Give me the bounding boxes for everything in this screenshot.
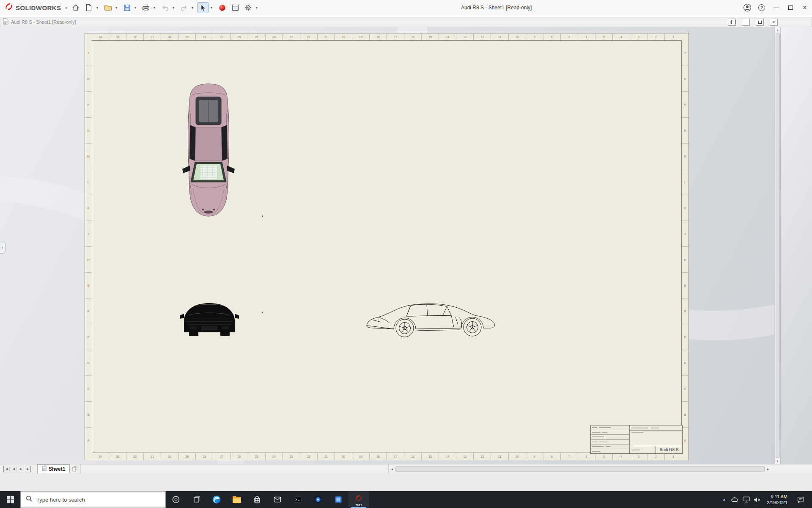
scroll-right-arrow[interactable]: ▸	[765, 467, 771, 471]
zone-label: 14	[439, 33, 456, 40]
print-dropdown[interactable]: ▾	[151, 2, 157, 13]
doc-restore-button[interactable]	[756, 19, 764, 26]
title-block-placeholder-line	[631, 428, 648, 428]
save-dropdown[interactable]: ▾	[132, 2, 138, 13]
close-button[interactable]: ×	[798, 0, 812, 15]
task-view-button[interactable]	[186, 491, 206, 508]
scroll-down-arrow[interactable]: ▾	[776, 458, 778, 464]
solidworks-app-icon[interactable]: 2021	[348, 491, 369, 508]
zone-label: H	[682, 247, 689, 273]
action-center-button[interactable]	[792, 496, 809, 504]
redo-dropdown[interactable]: ▾	[189, 2, 195, 13]
select-tool-button[interactable]	[198, 2, 208, 13]
undo-dropdown[interactable]: ▾	[170, 2, 176, 13]
taskbar-search[interactable]	[20, 491, 166, 508]
zone-label: 25	[248, 453, 266, 460]
sheet-format-button[interactable]	[230, 2, 241, 13]
drawing-title-block[interactable]: Audi R8 S	[590, 425, 683, 454]
undo-button[interactable]	[159, 2, 170, 13]
open-dropdown[interactable]: ▾	[113, 2, 119, 13]
taskbar-search-input[interactable]	[36, 497, 146, 503]
zone-label: 17	[387, 33, 404, 40]
sheet-tab-sheet1[interactable]: Sheet1	[37, 464, 70, 473]
zone-label: 20	[335, 33, 352, 40]
drawing-sheet[interactable]: 3433323130292827262524232221201918171615…	[85, 33, 689, 460]
view-reference-dot	[262, 312, 263, 313]
zone-label: D	[85, 350, 92, 376]
zone-label: H	[85, 247, 92, 273]
zone-label: 2	[647, 33, 665, 40]
drawing-view-side[interactable]	[364, 300, 499, 340]
zone-label: 34	[92, 453, 109, 460]
save-button[interactable]	[121, 2, 132, 13]
next-sheet-button[interactable]: ▶	[18, 466, 24, 472]
options-dropdown[interactable]: ▾	[254, 2, 260, 13]
scroll-up-arrow[interactable]: ▴	[776, 27, 778, 33]
zone-label: R	[85, 66, 92, 92]
last-sheet-button[interactable]: ▶	[25, 466, 31, 472]
sheet-tab-bar: ◀ ◀ ▶ ▶ Sheet1 ◂ ▸	[0, 464, 812, 473]
scroll-left-arrow[interactable]: ◂	[389, 467, 395, 471]
doc-close-button[interactable]: ×	[770, 19, 778, 26]
network-icon[interactable]	[741, 491, 752, 508]
account-button[interactable]	[740, 0, 754, 15]
zone-label: M	[682, 144, 689, 169]
zone-label: 22	[300, 33, 318, 40]
zone-label: 33	[109, 453, 126, 460]
horizontal-scroll-thumb[interactable]	[395, 466, 765, 472]
select-tool-dropdown[interactable]: ▾	[208, 2, 214, 13]
vertical-scrollbar[interactable]: ▴ ▾	[774, 27, 780, 464]
horizontal-scroll-track[interactable]	[395, 466, 765, 472]
mail-app-icon[interactable]	[267, 491, 288, 508]
menu-expand-arrow[interactable]: ▸	[66, 6, 68, 10]
drawing-view-top[interactable]	[179, 83, 238, 218]
appearance-sphere-button[interactable]	[217, 2, 228, 13]
drawing-view-front[interactable]	[180, 299, 239, 340]
title-block-placeholder-line	[602, 432, 607, 433]
new-document-button[interactable]	[83, 2, 94, 13]
zone-label: G	[85, 273, 92, 298]
feature-pane-collapse-arrow[interactable]: ‹	[0, 241, 5, 254]
vertical-scroll-thumb[interactable]	[776, 33, 780, 458]
horizontal-scrollbar[interactable]: ◂ ▸	[388, 464, 771, 473]
options-gear-button[interactable]	[243, 2, 254, 13]
task-pane-collapsed[interactable]	[780, 27, 812, 464]
taskbar-clock[interactable]: 9:11 AM 2/19/2021	[763, 494, 792, 505]
open-button[interactable]	[102, 2, 113, 13]
doc-minimize-button[interactable]	[742, 19, 750, 26]
first-sheet-button[interactable]: ◀	[3, 466, 10, 472]
zone-label: A	[85, 428, 92, 453]
volume-muted-icon[interactable]	[752, 491, 763, 508]
zone-label: 1	[665, 33, 682, 40]
zone-label: 16	[404, 453, 422, 460]
help-button[interactable]: ?	[754, 0, 769, 15]
home-button[interactable]	[70, 2, 81, 13]
microsoft-store-app-icon[interactable]	[247, 491, 267, 508]
graphics-area[interactable]: ‹ 34333231302928272625242322212019181716…	[0, 27, 812, 464]
cortana-button[interactable]	[166, 491, 186, 508]
media-app-icon[interactable]	[308, 491, 328, 508]
zone-label: 31	[144, 33, 161, 40]
photos-app-icon[interactable]	[328, 491, 348, 508]
minimize-button[interactable]	[769, 0, 783, 15]
title-block-placeholder-line	[651, 428, 659, 428]
zone-label: 5	[595, 453, 613, 460]
zone-label: 29	[178, 33, 196, 40]
start-button[interactable]	[0, 491, 20, 508]
file-explorer-app-icon[interactable]	[227, 491, 247, 508]
hidden-icons-chevron[interactable]: ∧	[719, 491, 730, 508]
previous-sheet-button[interactable]: ◀	[11, 466, 17, 472]
terminal-app-icon[interactable]	[288, 491, 308, 508]
doc-tile-button[interactable]	[728, 19, 736, 26]
close-icon: ×	[803, 4, 807, 11]
redo-button[interactable]	[178, 2, 189, 13]
zone-label: 33	[109, 33, 126, 40]
maximize-button[interactable]	[783, 0, 798, 15]
zone-label: 12	[474, 453, 491, 460]
zone-label: N	[85, 118, 92, 144]
new-document-dropdown[interactable]: ▾	[94, 2, 100, 13]
onedrive-cloud-icon[interactable]	[730, 491, 741, 508]
edge-app-icon[interactable]	[206, 491, 227, 508]
print-button[interactable]	[140, 2, 151, 13]
add-sheet-button[interactable]	[70, 464, 81, 473]
